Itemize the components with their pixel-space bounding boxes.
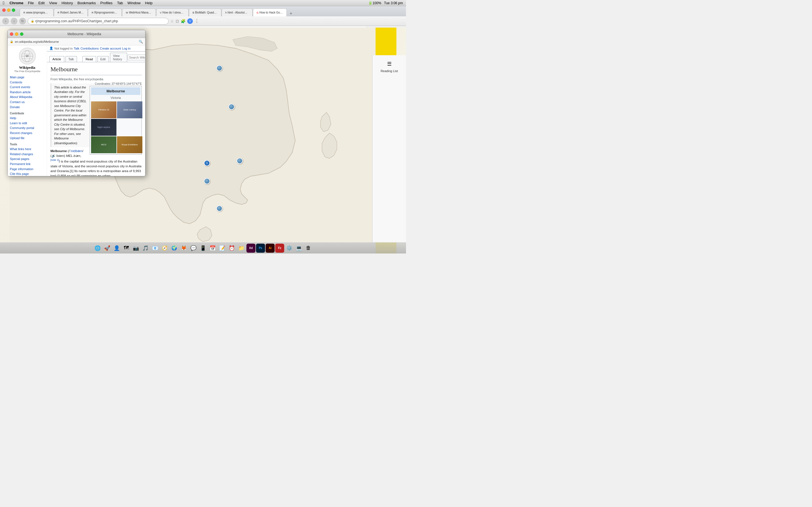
dock-trash[interactable]: 🗑: [304, 244, 313, 252]
bookmarks-menu[interactable]: Bookmarks: [75, 0, 98, 6]
history-menu[interactable]: History: [59, 0, 75, 6]
nav-related-changes[interactable]: Related changes: [10, 152, 45, 157]
cast-icon[interactable]: ⊡: [175, 19, 179, 23]
tab-5[interactable]: VHow do I stream...: [156, 8, 189, 16]
nav-contact-us[interactable]: Contact us: [10, 100, 45, 105]
coordinates-link[interactable]: Coordinates: 37°48′49″S 144°57′47″E: [95, 82, 142, 86]
tab-3[interactable]: RRjmprogramming...: [88, 8, 122, 16]
tab-talk[interactable]: Talk: [65, 56, 77, 62]
nav-community-portal[interactable]: Community portal: [10, 126, 45, 131]
minimize-button-wiki[interactable]: [15, 33, 18, 36]
dock-facetime[interactable]: 📱: [199, 244, 207, 252]
dock-terminal[interactable]: 💻: [294, 244, 303, 252]
close-button[interactable]: [2, 8, 6, 12]
dock-notes[interactable]: 📝: [218, 244, 227, 252]
star-icon[interactable]: ☆: [170, 19, 174, 23]
dock-messages[interactable]: 💬: [189, 244, 198, 252]
wiki-search-icon[interactable]: 🔍: [139, 40, 143, 44]
view-menu[interactable]: View: [47, 0, 59, 6]
tab-article[interactable]: Article: [49, 56, 64, 62]
tab-1[interactable]: Rwww.rjmprogramm...: [20, 8, 54, 16]
map-marker-3[interactable]: [237, 158, 243, 164]
nav-random-article[interactable]: Random article: [10, 90, 45, 95]
tab-4[interactable]: WWebHost Manage...: [122, 8, 156, 16]
file-menu[interactable]: File: [26, 0, 36, 6]
contributions-link[interactable]: Contributions: [80, 47, 99, 50]
app-name-menu[interactable]: Chrome: [7, 0, 26, 6]
nav-learn-to-edit[interactable]: Learn to edit: [10, 121, 45, 126]
map-marker-4[interactable]: [204, 178, 210, 184]
nav-page-info[interactable]: Page information: [10, 167, 45, 172]
dock-contacts[interactable]: 👤: [112, 244, 121, 252]
nav-main-page[interactable]: Main page: [10, 75, 45, 80]
window-menu[interactable]: Window: [125, 0, 143, 6]
maximize-button-wiki[interactable]: [20, 33, 23, 36]
tab-menu[interactable]: Tab: [115, 0, 125, 6]
tab-8[interactable]: GHow to Hack Goo...: [253, 8, 287, 16]
apple-menu[interactable]: : [0, 0, 7, 6]
dock-photos[interactable]: 📷: [132, 244, 140, 252]
phonetic-link[interactable]: ˈmɛlbərn: [70, 149, 82, 153]
dock-maps[interactable]: 🗺: [122, 244, 131, 252]
dock-finder[interactable]: 🌐: [93, 244, 102, 252]
dock-mail[interactable]: 📧: [151, 244, 160, 252]
tab-2[interactable]: RRobert James Met...: [54, 8, 88, 16]
dock-firefox[interactable]: 🦊: [179, 244, 188, 252]
extensions-icon[interactable]: 🧩: [181, 19, 186, 23]
tab-read[interactable]: Read: [82, 56, 96, 62]
nav-help[interactable]: Help: [10, 116, 45, 121]
maximize-button[interactable]: [12, 8, 15, 12]
forward-button[interactable]: ›: [11, 18, 17, 24]
help-menu[interactable]: Help: [143, 0, 155, 6]
nav-upload-file[interactable]: Upload file: [10, 136, 45, 141]
note-1[interactable]: [note 1]: [50, 159, 59, 162]
nav-donate[interactable]: Donate: [10, 105, 45, 110]
map-marker-info[interactable]: i: [204, 160, 210, 166]
dock-music[interactable]: 🎵: [141, 244, 150, 252]
tab-edit[interactable]: Edit: [97, 56, 109, 62]
tab-6[interactable]: BBioMath: Quadrati...: [189, 8, 221, 16]
back-button[interactable]: ‹: [2, 18, 9, 24]
nav-cite-page[interactable]: Cite this page: [10, 172, 45, 176]
map-marker-2[interactable]: [229, 104, 235, 110]
minimize-button[interactable]: [7, 8, 10, 12]
tab-7[interactable]: hhtml - Absolute p...: [221, 8, 253, 16]
nav-contents[interactable]: Contents: [10, 80, 45, 85]
dock-illustrator[interactable]: Ai: [266, 244, 274, 252]
nav-recent-changes[interactable]: Recent changes: [10, 131, 45, 136]
close-button-wiki[interactable]: [10, 33, 13, 36]
dock-photoshop[interactable]: Ps: [256, 244, 265, 252]
profiles-menu[interactable]: Profiles: [98, 0, 115, 6]
dock-launchpad[interactable]: 🚀: [103, 244, 112, 252]
map-marker-5[interactable]: [216, 205, 222, 212]
dock-calendar[interactable]: 📅: [208, 244, 217, 252]
dock-safari[interactable]: 🧭: [160, 244, 169, 252]
login-link[interactable]: Log in: [122, 47, 131, 50]
menu-dots-icon[interactable]: ⋮: [195, 18, 199, 24]
edit-menu[interactable]: Edit: [36, 0, 47, 6]
dock-chrome[interactable]: 🌍: [170, 244, 179, 252]
tab-view-history[interactable]: View history: [110, 53, 127, 62]
dock-settings[interactable]: ⚙️: [285, 244, 294, 252]
dock-reminders[interactable]: ⏰: [227, 244, 236, 252]
nav-special-pages[interactable]: Special pages: [10, 157, 45, 162]
traffic-lights[interactable]: [10, 33, 23, 36]
new-tab-button[interactable]: +: [288, 11, 294, 16]
reload-button[interactable]: ↻: [19, 18, 26, 24]
profile-icon[interactable]: U: [187, 18, 193, 24]
window-controls[interactable]: [2, 8, 15, 12]
nav-current-events[interactable]: Current events: [10, 85, 45, 90]
listen-icon[interactable]: 🔊: [52, 154, 56, 158]
dock-filezilla[interactable]: Fz: [275, 244, 284, 252]
dock-xd[interactable]: Xd: [246, 244, 255, 252]
wiki-search-input[interactable]: [128, 56, 145, 59]
talk-link[interactable]: Talk: [74, 47, 80, 50]
nav-what-links-here[interactable]: What links here: [10, 147, 45, 152]
nav-permanent-link[interactable]: Permanent link: [10, 162, 45, 167]
dock-files[interactable]: 📁: [237, 244, 246, 252]
address-bar[interactable]: 🔒 rjmprogramming.com.au/PHP/GeoChart/geo…: [28, 18, 168, 24]
map-marker-1[interactable]: [216, 65, 222, 71]
nav-about-wikipedia[interactable]: About Wikipedia: [10, 95, 45, 100]
wiki-search-bar[interactable]: 🔍: [128, 55, 145, 60]
create-account-link[interactable]: Create account: [100, 47, 121, 50]
